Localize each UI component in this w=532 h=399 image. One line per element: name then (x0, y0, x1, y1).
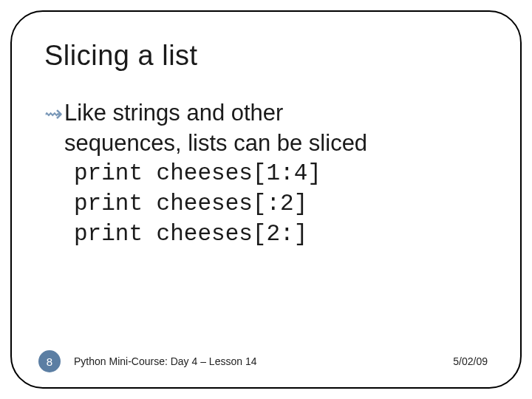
page-number-badge: 8 (38, 350, 61, 372)
course-label: Python Mini-Course: Day 4 – Lesson 14 (74, 355, 256, 367)
slide-body: ⇝ Like strings and other sequences, list… (44, 98, 488, 250)
date-label: 5/02/09 (453, 355, 488, 367)
footer: 8 Python Mini-Course: Day 4 – Lesson 14 … (12, 350, 520, 372)
page-number: 8 (47, 355, 52, 368)
code-line: print cheeses[:2] (74, 189, 488, 219)
slide-title: Slicing a list (44, 40, 488, 72)
code-block: print cheeses[1:4] print cheeses[:2] pri… (74, 159, 488, 250)
code-line: print cheeses[2:] (74, 219, 488, 250)
bullet-line-1: Like strings and other (64, 100, 283, 126)
code-line: print cheeses[1:4] (74, 159, 488, 189)
bullet-icon: ⇝ (44, 98, 63, 129)
bullet-text: Like strings and other sequences, lists … (64, 98, 367, 159)
bullet-item: ⇝ Like strings and other sequences, list… (44, 98, 488, 159)
slide-frame: Slicing a list ⇝ Like strings and other … (10, 10, 522, 389)
bullet-line-2: sequences, lists can be sliced (64, 130, 367, 156)
